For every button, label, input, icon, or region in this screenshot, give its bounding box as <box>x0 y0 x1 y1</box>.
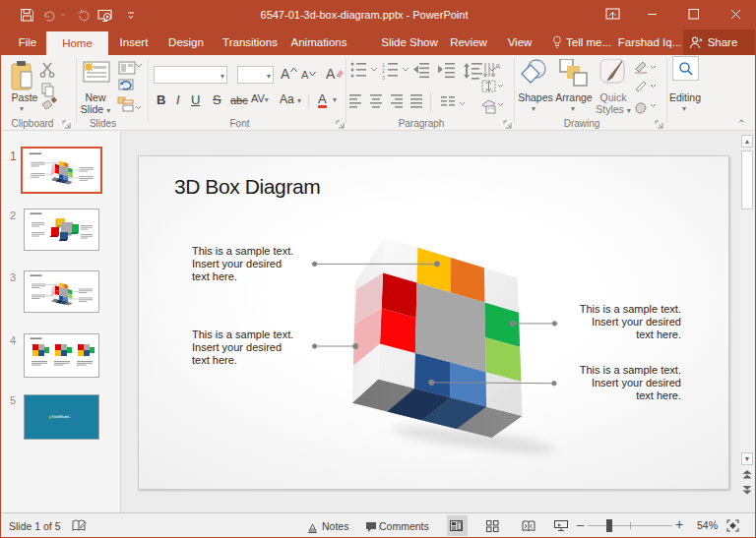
svg-text:2: 2 <box>382 68 385 74</box>
svg-text:A: A <box>495 62 501 71</box>
svg-text:3: 3 <box>382 75 385 81</box>
svg-text:1: 1 <box>382 62 385 68</box>
